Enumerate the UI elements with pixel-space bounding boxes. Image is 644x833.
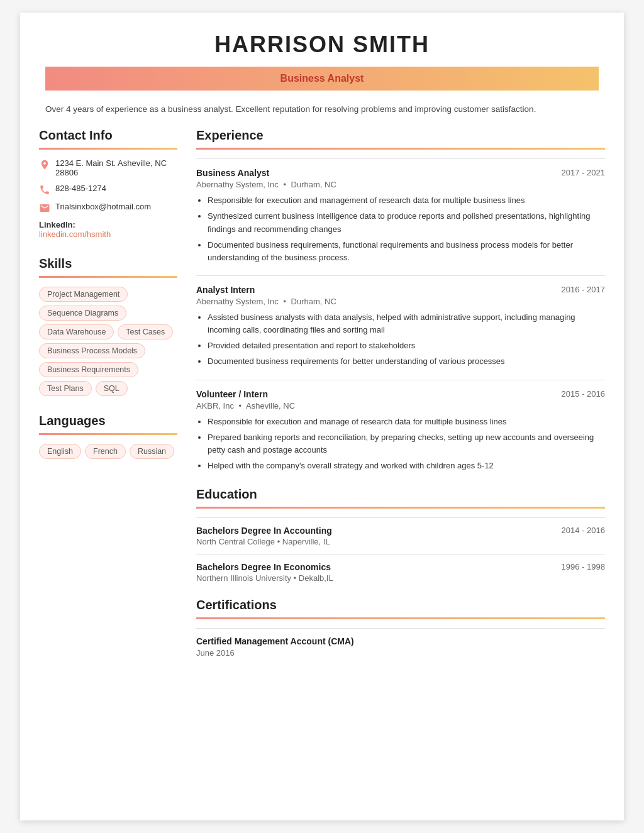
edu-item-school: Northern Illinois University • Dekalb,IL bbox=[196, 573, 605, 583]
contact-phone: 828-485-1274 bbox=[55, 184, 106, 193]
contact-divider bbox=[39, 148, 177, 150]
exp-item-title: Analyst Intern bbox=[196, 285, 255, 295]
exp-bullet: Responsible for execution and manage of … bbox=[208, 416, 605, 428]
experience-item: Business Analyst2017 - 2021Abernathy Sys… bbox=[196, 158, 605, 264]
linkedin-label: LinkedIn: bbox=[39, 220, 177, 229]
education-item: Bachelors Degree In Economics1996 - 1998… bbox=[196, 554, 605, 583]
exp-item-title: Volunteer / Intern bbox=[196, 389, 268, 399]
certification-item: Certified Management Account (CMA)June 2… bbox=[196, 628, 605, 658]
certifications-divider bbox=[196, 617, 605, 619]
experience-item: Analyst Intern2016 - 2017Abernathy Syste… bbox=[196, 275, 605, 368]
exp-bullet: Documented business requirements, functi… bbox=[208, 239, 605, 264]
exp-item-dates: 2017 - 2021 bbox=[562, 168, 605, 177]
exp-item-bullets: Responsible for execution and management… bbox=[196, 194, 605, 264]
language-tag: English bbox=[39, 444, 81, 459]
skill-tag: Data Warehouse bbox=[39, 324, 114, 339]
exp-item-header: Business Analyst2017 - 2021 bbox=[196, 168, 605, 178]
languages-divider bbox=[39, 433, 177, 435]
contact-linkedin-item: LinkedIn: linkedin.com/hsmith bbox=[39, 220, 177, 239]
skill-tag: Business Requirements bbox=[39, 362, 138, 377]
skill-tag: Test Plans bbox=[39, 381, 92, 396]
contact-phone-item: 828-485-1274 bbox=[39, 184, 177, 196]
skill-tag: Business Process Models bbox=[39, 343, 145, 358]
skill-tag: SQL bbox=[96, 381, 128, 396]
exp-item-company: Abernathy System, Inc • Durham, NC bbox=[196, 297, 605, 306]
certifications-section-title: Certifications bbox=[196, 598, 605, 612]
exp-bullet: Documented business requirements for bet… bbox=[208, 355, 605, 368]
experience-item: Volunteer / Intern2015 - 2016AKBR, Inc •… bbox=[196, 380, 605, 473]
contact-email-item: Trialsinxbox@hotmail.com bbox=[39, 202, 177, 214]
exp-bullet: Synthesized current business intelligenc… bbox=[208, 210, 605, 235]
exp-item-bullets: Responsible for execution and manage of … bbox=[196, 416, 605, 473]
exp-item-dates: 2016 - 2017 bbox=[562, 285, 605, 294]
exp-item-company: AKBR, Inc • Asheville, NC bbox=[196, 401, 605, 411]
exp-item-header: Volunteer / Intern2015 - 2016 bbox=[196, 389, 605, 399]
exp-item-dates: 2015 - 2016 bbox=[562, 389, 605, 399]
exp-item-company: Abernathy System, Inc • Durham, NC bbox=[196, 180, 605, 189]
education-section-title: Education bbox=[196, 487, 605, 502]
education-item: Bachelors Degree In Accounting2014 - 201… bbox=[196, 517, 605, 546]
edu-item-header: Bachelors Degree In Economics1996 - 1998 bbox=[196, 562, 605, 572]
right-column: Experience Business Analyst2017 - 2021Ab… bbox=[196, 128, 605, 670]
left-column: Contact Info 1234 E. Main St. Asheville,… bbox=[39, 128, 177, 670]
linkedin-url: linkedin.com/hsmith bbox=[39, 229, 177, 239]
edu-item-dates: 2014 - 2016 bbox=[562, 526, 605, 535]
contact-email: Trialsinxbox@hotmail.com bbox=[55, 202, 151, 211]
cert-item-name: Certified Management Account (CMA) bbox=[196, 636, 605, 646]
email-icon bbox=[39, 202, 50, 214]
exp-item-bullets: Assisted business analysts with data ana… bbox=[196, 311, 605, 368]
summary-text: Over 4 years of experience as a business… bbox=[45, 103, 599, 116]
languages-section-title: Languages bbox=[39, 414, 177, 428]
skill-tag: Test Cases bbox=[118, 324, 173, 339]
language-tag: Russian bbox=[130, 444, 174, 459]
lang-tags-container: EnglishFrenchRussian bbox=[39, 444, 177, 459]
skills-section-title: Skills bbox=[39, 257, 177, 271]
candidate-name: HARRISON SMITH bbox=[45, 31, 599, 58]
location-icon bbox=[39, 159, 50, 170]
resume-header: HARRISON SMITH Business Analyst bbox=[20, 13, 624, 91]
exp-bullet: Responsible for execution and management… bbox=[208, 194, 605, 207]
edu-item-degree: Bachelors Degree In Economics bbox=[196, 562, 331, 572]
contact-section-title: Contact Info bbox=[39, 128, 177, 143]
experience-divider bbox=[196, 148, 605, 150]
exp-item-header: Analyst Intern2016 - 2017 bbox=[196, 285, 605, 295]
education-items: Bachelors Degree In Accounting2014 - 201… bbox=[196, 517, 605, 583]
education-section: Education Bachelors Degree In Accounting… bbox=[196, 487, 605, 583]
resume-container: HARRISON SMITH Business Analyst Over 4 y… bbox=[20, 13, 624, 820]
skill-tag: Sequence Diagrams bbox=[39, 306, 126, 321]
exp-item-title: Business Analyst bbox=[196, 168, 269, 178]
exp-bullet: Provided detailed presentation and repor… bbox=[208, 339, 605, 352]
edu-item-school: North Central College • Naperville, IL bbox=[196, 537, 605, 546]
edu-item-header: Bachelors Degree In Accounting2014 - 201… bbox=[196, 526, 605, 536]
title-banner: Business Analyst bbox=[45, 67, 599, 91]
phone-icon bbox=[39, 184, 50, 196]
contact-address: 1234 E. Main St. Asheville, NC 28806 bbox=[55, 158, 177, 177]
language-tag: French bbox=[85, 444, 126, 459]
certifications-items: Certified Management Account (CMA)June 2… bbox=[196, 628, 605, 658]
candidate-title: Business Analyst bbox=[280, 73, 364, 84]
skill-tag: Project Management bbox=[39, 287, 128, 302]
exp-bullet: Prepared banking reports and reconciliat… bbox=[208, 431, 605, 456]
contact-section: Contact Info 1234 E. Main St. Asheville,… bbox=[39, 128, 177, 239]
skills-divider bbox=[39, 276, 177, 278]
edu-item-dates: 1996 - 1998 bbox=[562, 562, 605, 571]
experience-items: Business Analyst2017 - 2021Abernathy Sys… bbox=[196, 158, 605, 472]
experience-section: Experience Business Analyst2017 - 2021Ab… bbox=[196, 128, 605, 472]
summary-section: Over 4 years of experience as a business… bbox=[20, 91, 624, 128]
contact-address-item: 1234 E. Main St. Asheville, NC 28806 bbox=[39, 158, 177, 177]
languages-section: Languages EnglishFrenchRussian bbox=[39, 414, 177, 459]
exp-bullet: Helped with the company's overall strate… bbox=[208, 460, 605, 472]
cert-item-date: June 2016 bbox=[196, 648, 605, 658]
exp-bullet: Assisted business analysts with data ana… bbox=[208, 311, 605, 336]
body-container: Contact Info 1234 E. Main St. Asheville,… bbox=[20, 128, 624, 689]
skills-section: Skills Project ManagementSequence Diagra… bbox=[39, 257, 177, 396]
edu-item-degree: Bachelors Degree In Accounting bbox=[196, 526, 332, 536]
skill-tags-container: Project ManagementSequence DiagramsData … bbox=[39, 287, 177, 396]
certifications-section: Certifications Certified Management Acco… bbox=[196, 598, 605, 658]
education-divider bbox=[196, 507, 605, 509]
experience-section-title: Experience bbox=[196, 128, 605, 143]
